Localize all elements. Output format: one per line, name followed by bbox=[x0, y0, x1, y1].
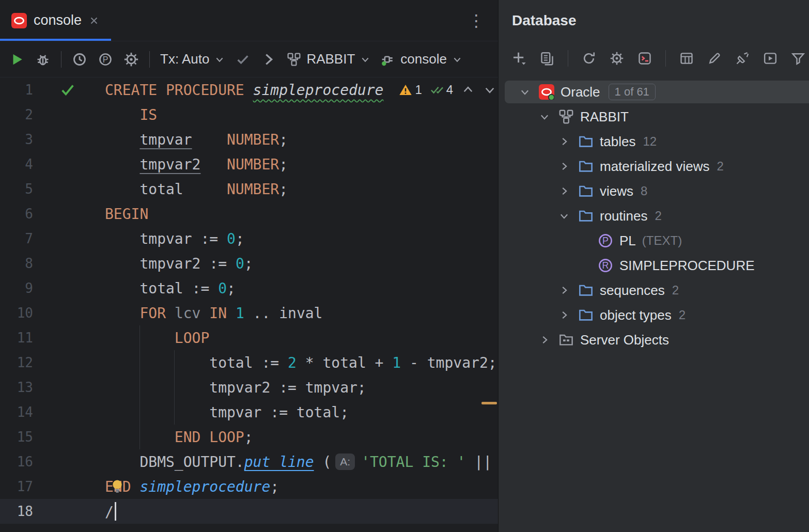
editor-pane: console ⋮ PTx: AutoRABBITconsole 1CREATE… bbox=[0, 0, 498, 532]
close-icon[interactable] bbox=[88, 15, 100, 26]
editor-line-12[interactable]: 12 total := 2 * total + 1 - tmpvar2; bbox=[0, 350, 498, 375]
tree-item-rabbit[interactable]: RABBIT bbox=[499, 104, 809, 129]
tree-item-sequences[interactable]: sequences2 bbox=[499, 278, 809, 303]
editor-line-17[interactable]: 17END simpleprocedure; bbox=[0, 474, 498, 499]
code-text: total := 2 * total + 1 - tmpvar2; bbox=[105, 354, 497, 371]
execute-procedure-button[interactable]: P bbox=[98, 52, 113, 67]
new-item-button[interactable] bbox=[512, 51, 526, 66]
line-number: 18 bbox=[0, 504, 33, 519]
code-text: tmpvar2 := tmpvar; bbox=[105, 379, 366, 396]
line-number: 4 bbox=[0, 157, 33, 172]
step-forward-button[interactable] bbox=[261, 52, 276, 67]
editor-line-8[interactable]: 8 tmpvar2 := 0; bbox=[0, 251, 498, 276]
editor-line-7[interactable]: 7 tmpvar := 0; bbox=[0, 226, 498, 251]
view-data-button[interactable] bbox=[679, 51, 694, 66]
editor-line-1[interactable]: 1CREATE PROCEDURE simpleprocedure14 bbox=[0, 77, 498, 102]
code-text: tmpvar2 := 0; bbox=[105, 255, 253, 272]
tab-console[interactable]: console bbox=[0, 0, 111, 41]
jump-to-console-button[interactable] bbox=[763, 51, 777, 66]
svg-text:P: P bbox=[602, 236, 609, 246]
more-options-icon[interactable]: ⋮ bbox=[468, 12, 485, 29]
filter-button[interactable] bbox=[791, 51, 805, 66]
chevron-right-icon[interactable] bbox=[558, 136, 578, 147]
inspection-marker bbox=[481, 402, 497, 404]
chevron-right-icon[interactable] bbox=[558, 161, 578, 172]
gutter-check-icon[interactable] bbox=[33, 82, 102, 98]
chevron-down-icon[interactable] bbox=[558, 210, 578, 222]
editor-line-18[interactable]: 18/ bbox=[0, 499, 498, 524]
indent-guide bbox=[174, 350, 175, 425]
schema-selector-label: RABBIT bbox=[306, 51, 355, 67]
database-tree: Oracle1 of 61RABBITtables12materialized … bbox=[499, 75, 809, 352]
chevron-right-icon[interactable] bbox=[539, 334, 558, 346]
duplicate-button[interactable] bbox=[540, 51, 554, 66]
run-button[interactable] bbox=[9, 52, 25, 67]
chevron-down-icon[interactable] bbox=[539, 111, 558, 122]
modify-button[interactable] bbox=[707, 51, 722, 66]
console-plug-icon bbox=[381, 52, 395, 67]
line-number: 1 bbox=[0, 82, 33, 98]
session-selector[interactable]: console bbox=[381, 51, 462, 67]
editor-line-3[interactable]: 3 tmpvar NUMBER; bbox=[0, 127, 498, 152]
datasource-properties-button[interactable] bbox=[637, 51, 652, 66]
chevron-right-icon[interactable] bbox=[558, 285, 578, 296]
tree-item-tables[interactable]: tables12 bbox=[499, 129, 809, 154]
settings-button[interactable] bbox=[123, 52, 139, 67]
history-button[interactable] bbox=[72, 52, 87, 67]
editor-line-6[interactable]: 6BEGIN bbox=[0, 201, 498, 226]
refresh-button[interactable] bbox=[582, 51, 596, 66]
code-text: tmpvar := 0; bbox=[105, 230, 244, 247]
editor-line-10[interactable]: 10 FOR lcv IN 1 .. inval bbox=[0, 301, 498, 325]
datasource-settings-button[interactable] bbox=[610, 51, 624, 66]
schema-selector[interactable]: RABBIT bbox=[287, 51, 370, 67]
line-number: 11 bbox=[0, 330, 33, 346]
svg-text:P: P bbox=[103, 55, 108, 64]
double-check-icon bbox=[430, 83, 444, 97]
chevron-down-icon[interactable] bbox=[483, 83, 496, 97]
intention-bulb-icon[interactable] bbox=[110, 478, 125, 494]
inspection-widget[interactable]: 14 bbox=[399, 83, 496, 97]
tree-item-label: tables bbox=[600, 134, 635, 150]
parameter-hint: A: bbox=[335, 453, 355, 470]
oracle-logo-connected-icon bbox=[539, 84, 554, 100]
match-badge: 1 of 61 bbox=[609, 84, 656, 100]
tree-item-materialized-views[interactable]: materialized views2 bbox=[499, 154, 809, 179]
code-editor[interactable]: 1CREATE PROCEDURE simpleprocedure142 IS3… bbox=[0, 77, 498, 532]
editor-line-11[interactable]: 11 LOOP bbox=[0, 325, 498, 350]
code-text: tmpvar NUMBER; bbox=[105, 131, 288, 148]
editor-line-5[interactable]: 5 total NUMBER; bbox=[0, 177, 498, 201]
code-text: tmpvar := total; bbox=[105, 404, 349, 421]
debug-button[interactable] bbox=[35, 52, 51, 67]
editor-line-15[interactable]: 15 END LOOP; bbox=[0, 425, 498, 449]
folder-icon bbox=[578, 283, 594, 298]
chevron-down-icon bbox=[452, 54, 462, 65]
tree-item-views[interactable]: views8 bbox=[499, 179, 809, 204]
check-count: 4 bbox=[446, 83, 453, 97]
chevron-up-icon[interactable] bbox=[461, 83, 475, 97]
chevron-down-icon[interactable] bbox=[519, 86, 539, 98]
editor-line-16[interactable]: 16 DBMS_OUTPUT.put_line (A:'TOTAL IS: ' … bbox=[0, 449, 498, 474]
chevron-right-icon[interactable] bbox=[558, 309, 578, 321]
tree-item-pl[interactable]: PPL(TEXT) bbox=[499, 228, 809, 253]
tree-item-label: routines bbox=[600, 208, 648, 224]
item-count: 2 bbox=[679, 308, 686, 322]
tree-item-routines[interactable]: routines2 bbox=[499, 204, 809, 228]
tree-item-object-types[interactable]: object types2 bbox=[499, 303, 809, 327]
chevron-right-icon[interactable] bbox=[558, 185, 578, 197]
tx-mode-dropdown[interactable]: Tx: Auto bbox=[160, 51, 225, 67]
line-number: 9 bbox=[0, 280, 33, 296]
tree-item-oracle[interactable]: Oracle1 of 61 bbox=[499, 80, 809, 104]
commit-status-icon[interactable] bbox=[235, 52, 251, 67]
chevron-down-icon bbox=[214, 54, 225, 65]
editor-line-14[interactable]: 14 tmpvar := total; bbox=[0, 400, 498, 425]
editor-line-2[interactable]: 2 IS bbox=[0, 102, 498, 127]
editor-line-13[interactable]: 13 tmpvar2 := tmpvar; bbox=[0, 375, 498, 400]
editor-line-4[interactable]: 4 tmpvar2 NUMBER; bbox=[0, 152, 498, 177]
line-number: 3 bbox=[0, 132, 33, 147]
editor-line-9[interactable]: 9 total := 0; bbox=[0, 276, 498, 301]
tree-item-server-objects[interactable]: Server Objects bbox=[499, 327, 809, 352]
disconnect-button[interactable] bbox=[735, 51, 750, 66]
tree-item-simpleprocedure[interactable]: RSIMPLEPROCEDURE bbox=[499, 253, 809, 278]
tree-item-label: views bbox=[600, 183, 633, 199]
item-count: 12 bbox=[643, 134, 657, 149]
